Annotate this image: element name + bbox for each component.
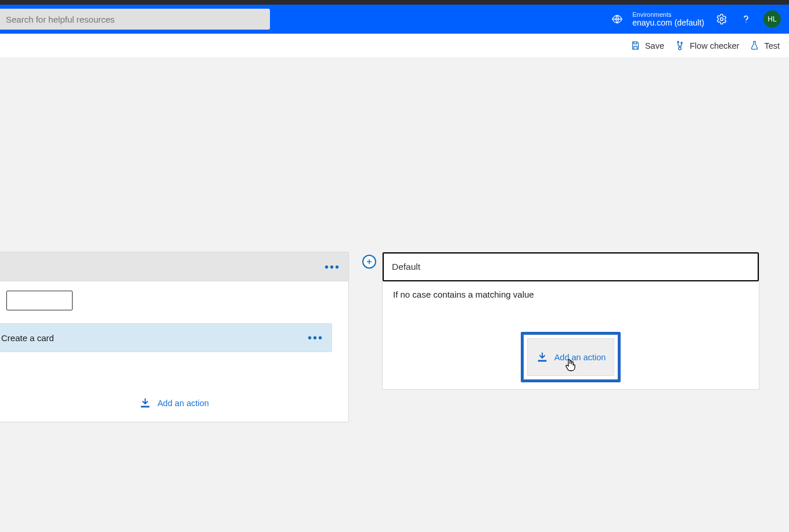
default-card-header[interactable]: Default (383, 252, 759, 281)
add-action-label: Add an action (554, 353, 606, 362)
save-button[interactable]: Save (631, 41, 664, 50)
flow-checker-button[interactable]: Flow checker (675, 41, 739, 51)
search-box[interactable] (0, 9, 270, 30)
flow-canvas[interactable]: ••• Create a card ••• Add an action (0, 58, 789, 532)
svg-rect-6 (538, 360, 546, 361)
default-title: Default (392, 262, 420, 272)
add-action-icon (536, 352, 549, 363)
cursor-icon (565, 358, 577, 372)
default-subtitle: If no case contains a matching value (383, 281, 759, 312)
add-action-button-default[interactable]: Add an action (527, 338, 614, 376)
svg-point-1 (745, 21, 747, 23)
flow-checker-label: Flow checker (690, 41, 739, 50)
svg-point-0 (720, 18, 723, 21)
action-card-title: Create a card (1, 333, 54, 343)
default-card: Default If no case contains a matching v… (382, 252, 759, 390)
test-button[interactable]: Test (750, 41, 780, 50)
case-card-header[interactable]: ••• (0, 252, 348, 281)
action-more-icon[interactable]: ••• (308, 332, 323, 343)
settings-icon[interactable] (715, 12, 729, 26)
browser-chrome (0, 0, 789, 5)
environment-name: enayu.com (default) (632, 18, 704, 27)
app-header: Environments enayu.com (default) HL (0, 5, 789, 34)
add-case-button[interactable] (362, 255, 376, 269)
case-value-input[interactable] (6, 291, 73, 310)
action-card-create[interactable]: Create a card ••• (0, 323, 332, 352)
environment-icon (610, 12, 624, 26)
user-avatar[interactable]: HL (763, 10, 781, 28)
environment-picker[interactable]: Environments enayu.com (default) (610, 11, 704, 28)
search-input[interactable] (5, 14, 264, 25)
command-bar: Save Flow checker Test (0, 34, 789, 58)
case-card: ••• Create a card ••• Add an action (0, 252, 349, 422)
add-action-button-case[interactable]: Add an action (8, 397, 340, 409)
environment-label: Environments (632, 11, 704, 19)
add-action-label: Add an action (157, 399, 209, 408)
more-icon[interactable]: ••• (325, 261, 340, 273)
test-label: Test (764, 41, 780, 50)
svg-point-4 (679, 47, 682, 50)
svg-rect-5 (141, 406, 150, 408)
save-label: Save (645, 41, 664, 50)
help-icon[interactable] (739, 12, 753, 26)
add-action-icon (139, 397, 152, 409)
add-action-highlight: Add an action (521, 332, 621, 382)
